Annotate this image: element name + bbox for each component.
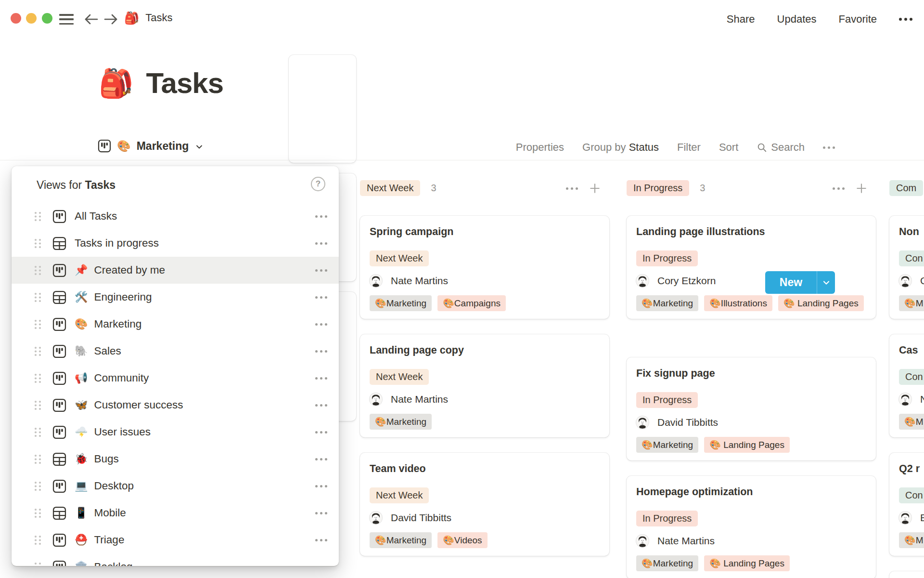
drag-handle-icon[interactable] <box>34 454 42 465</box>
column-count: 3 <box>700 183 705 194</box>
view-switcher[interactable]: 🎨 Marketing <box>98 139 203 153</box>
drag-handle-icon[interactable] <box>34 535 42 546</box>
drag-handle-icon[interactable] <box>34 481 42 492</box>
card-title: Landing page copy <box>370 343 600 357</box>
drag-handle-icon[interactable] <box>34 373 42 384</box>
view-more-options-icon[interactable] <box>315 350 327 353</box>
view-emoji-icon: 🏛️ <box>75 562 88 566</box>
view-more-options-icon[interactable] <box>315 485 327 487</box>
task-card[interactable]: Spring campaignNext WeekNate Martins🎨Mar… <box>360 216 609 319</box>
view-more-options-icon[interactable] <box>315 458 327 460</box>
assignee: Nate Martins <box>636 534 866 548</box>
drag-handle-icon[interactable] <box>34 562 42 567</box>
assignee: David Tibbitts <box>636 416 866 429</box>
add-card-icon[interactable] <box>855 182 868 195</box>
task-card[interactable]: Landing page illustrationsIn ProgressCor… <box>627 216 876 319</box>
view-more-options-icon[interactable] <box>315 431 327 434</box>
column-actions <box>833 182 868 195</box>
properties-button[interactable]: Properties <box>516 141 564 154</box>
view-more-options-icon[interactable] <box>315 323 327 326</box>
view-options-icon[interactable] <box>823 146 835 149</box>
task-card[interactable]: NonConC🎨M <box>889 216 924 319</box>
assignee: Nate Martins <box>370 393 600 406</box>
close-window-button[interactable] <box>11 13 21 24</box>
column-status-badge[interactable]: Next Week <box>360 180 420 196</box>
drag-handle-icon[interactable] <box>34 292 42 303</box>
add-card-icon[interactable] <box>589 182 601 195</box>
view-row-triage[interactable]: ⛑️Triage <box>12 526 339 553</box>
column-status-badge[interactable]: Com <box>889 180 923 196</box>
view-more-options-icon[interactable] <box>315 566 327 567</box>
view-row-backlog[interactable]: 🏛️Backlog <box>12 553 339 566</box>
updates-button[interactable]: Updates <box>777 13 817 26</box>
view-row-bugs[interactable]: 🐞Bugs <box>12 446 339 473</box>
column-status-badge[interactable]: In Progress <box>627 180 689 196</box>
assignee: David Tibbitts <box>370 511 600 525</box>
sort-button[interactable]: Sort <box>719 141 738 154</box>
assignee-name: Nate Martins <box>391 275 448 287</box>
view-row-engineering[interactable]: 🛠️Engineering <box>12 284 339 311</box>
forward-icon[interactable] <box>102 11 119 28</box>
card-title: Spring campaign <box>370 224 600 239</box>
view-more-options-icon[interactable] <box>315 539 327 541</box>
filter-button[interactable]: Filter <box>677 141 701 154</box>
drag-handle-icon[interactable] <box>34 400 42 411</box>
task-card[interactable] <box>889 571 924 578</box>
new-button[interactable]: New <box>765 271 817 294</box>
view-row-created-by-me[interactable]: 📌Created by me <box>12 257 339 284</box>
task-card[interactable]: Q2 rConE🎨M <box>889 453 924 556</box>
assignee-name: Nate Martins <box>391 394 448 405</box>
tag-chip: 🎨Marketing <box>636 295 698 311</box>
sidebar-toggle-icon[interactable] <box>59 13 74 26</box>
view-row-all-tasks[interactable]: All Tasks <box>12 203 339 230</box>
drag-handle-icon[interactable] <box>34 211 42 222</box>
column-more-options-icon[interactable] <box>833 187 845 190</box>
view-row-user-issues[interactable]: 🌩️User issues <box>12 419 339 446</box>
drag-handle-icon[interactable] <box>34 427 42 438</box>
view-more-options-icon[interactable] <box>315 404 327 407</box>
breadcrumb[interactable]: 🎒 Tasks <box>124 12 172 24</box>
back-icon[interactable] <box>83 11 100 28</box>
drag-handle-icon[interactable] <box>34 319 42 330</box>
new-dropdown-button[interactable] <box>817 271 835 294</box>
more-options-icon[interactable] <box>899 18 912 21</box>
view-row-marketing[interactable]: 🎨Marketing <box>12 311 339 338</box>
view-row-customer-success[interactable]: 🦋Customer success <box>12 392 339 419</box>
view-row-mobile[interactable]: 📱Mobile <box>12 499 339 526</box>
task-card[interactable]: Homepage optimizationIn ProgressNate Mar… <box>627 476 876 578</box>
view-row-sales[interactable]: 🐘Sales <box>12 338 339 365</box>
view-more-options-icon[interactable] <box>315 296 327 299</box>
drag-handle-icon[interactable] <box>34 265 42 276</box>
drag-handle-icon[interactable] <box>34 238 42 249</box>
share-button[interactable]: Share <box>727 13 755 26</box>
group-by-button[interactable]: Group by Status <box>582 141 659 154</box>
view-more-options-icon[interactable] <box>315 215 327 218</box>
view-row-desktop[interactable]: 💻Desktop <box>12 473 339 499</box>
column-more-options-icon[interactable] <box>566 187 578 190</box>
view-row-tasks-in-progress[interactable]: Tasks in progress <box>12 230 339 257</box>
page-title[interactable]: Tasks <box>146 66 223 100</box>
view-more-options-icon[interactable] <box>315 377 327 380</box>
view-more-options-icon[interactable] <box>315 242 327 245</box>
task-card[interactable]: Landing page copyNext WeekNate Martins🎨M… <box>360 334 609 437</box>
help-icon[interactable]: ? <box>311 177 325 191</box>
view-more-options-icon[interactable] <box>315 269 327 272</box>
task-card[interactable]: Fix signup pageIn ProgressDavid Tibbitts… <box>627 357 876 460</box>
view-row-community[interactable]: 📢Community <box>12 365 339 392</box>
tag-list: 🎨Marketing🎨 Landing Pages <box>636 555 866 571</box>
task-card[interactable]: Team videoNext WeekDavid Tibbitts🎨Market… <box>360 453 609 556</box>
view-more-options-icon[interactable] <box>315 512 327 514</box>
card-title: Landing page illustrations <box>636 224 866 239</box>
zoom-window-button[interactable] <box>42 13 52 24</box>
drag-handle-icon[interactable] <box>34 508 42 519</box>
favorite-button[interactable]: Favorite <box>839 13 877 26</box>
view-emoji-icon: 📱 <box>75 508 88 518</box>
search-button[interactable]: Search <box>757 141 805 154</box>
drag-handle-icon[interactable] <box>34 346 42 357</box>
task-card[interactable]: CasConN🎨M <box>889 334 924 437</box>
doc-emoji-icon: 🎒 <box>124 12 139 24</box>
assignee-name: N <box>920 394 924 405</box>
page-emoji-icon[interactable]: 🎒 <box>99 69 133 97</box>
assignee: E <box>899 511 924 525</box>
minimize-window-button[interactable] <box>26 13 37 24</box>
